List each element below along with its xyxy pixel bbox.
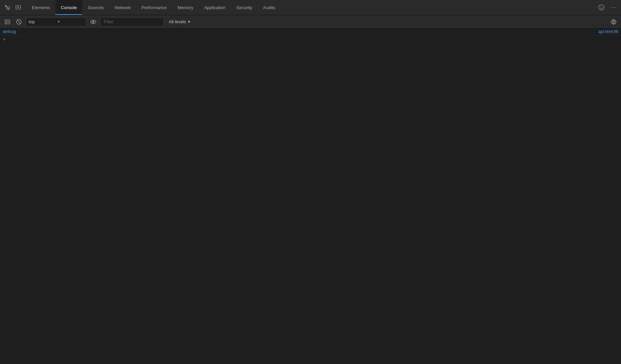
log-levels-dropdown[interactable]: All levels ▼: [166, 17, 193, 27]
toolbar-right: [609, 17, 618, 27]
context-selector[interactable]: top ▼: [26, 17, 86, 27]
tab-console[interactable]: Console: [55, 0, 82, 15]
tab-performance[interactable]: Performance: [136, 0, 172, 15]
log-entry-text: debug: [3, 29, 598, 34]
settings-button[interactable]: [609, 17, 618, 27]
live-expression-button[interactable]: [88, 17, 98, 27]
inspect-element-button[interactable]: [3, 3, 12, 12]
feedback-button[interactable]: [597, 3, 606, 12]
console-input-row: >: [0, 35, 621, 43]
log-entry-source[interactable]: api.html:68: [598, 29, 618, 34]
top-nav-bar: Elements Console Sources Network Perform…: [0, 0, 621, 15]
eye-icon: [90, 19, 96, 25]
context-value: top: [29, 19, 55, 24]
svg-marker-2: [18, 7, 19, 8]
svg-line-12: [17, 20, 21, 24]
tab-sources[interactable]: Sources: [82, 0, 109, 15]
sidebar-toggle-button[interactable]: [3, 17, 12, 27]
smiley-icon: [598, 4, 604, 10]
clear-icon: [16, 19, 22, 25]
levels-label: All levels: [169, 19, 186, 24]
tab-security[interactable]: Security: [231, 0, 258, 15]
filter-input[interactable]: [100, 17, 164, 27]
svg-point-16: [613, 21, 615, 23]
svg-point-4: [600, 7, 601, 7]
console-toolbar: top ▼ All levels ▼: [0, 15, 621, 29]
context-chevron-icon: ▼: [57, 20, 83, 24]
svg-point-5: [602, 7, 603, 7]
screencast-icon: [16, 5, 21, 10]
levels-chevron-icon: ▼: [187, 20, 191, 24]
nav-tabs: Elements Console Sources Network Perform…: [26, 0, 280, 15]
more-options-button[interactable]: ···: [609, 3, 618, 12]
tab-audits[interactable]: Audits: [258, 0, 280, 15]
console-prompt[interactable]: >: [3, 37, 5, 42]
tab-elements[interactable]: Elements: [26, 0, 55, 15]
svg-point-15: [93, 22, 93, 22]
console-output: debug api.html:68 >: [0, 29, 621, 364]
gear-icon: [611, 19, 617, 25]
nav-left-icons: [3, 3, 23, 12]
console-input[interactable]: [7, 37, 618, 42]
screencast-button[interactable]: [14, 3, 23, 12]
tab-application[interactable]: Application: [199, 0, 231, 15]
tab-network[interactable]: Network: [109, 0, 136, 15]
log-entry-debug: debug api.html:68: [0, 29, 621, 35]
more-icon: ···: [611, 4, 616, 10]
clear-console-button[interactable]: [14, 17, 24, 27]
tab-memory[interactable]: Memory: [172, 0, 199, 15]
nav-right-icons: ···: [597, 3, 618, 12]
inspect-icon: [5, 5, 10, 10]
svg-point-3: [599, 5, 604, 10]
sidebar-icon: [5, 19, 10, 25]
